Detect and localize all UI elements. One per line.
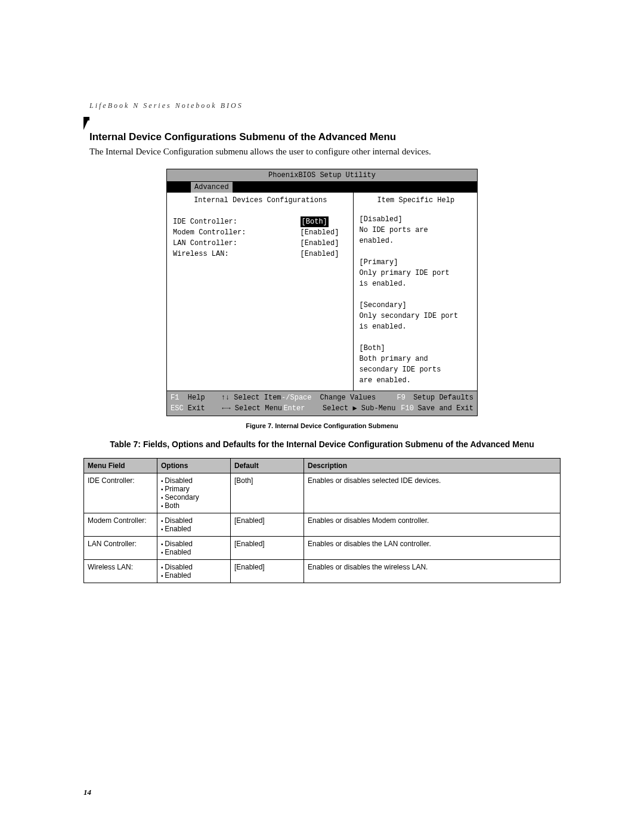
cell-default: [Enabled] — [231, 537, 304, 560]
table-row: Modem Controller:DisabledEnabled[Enabled… — [84, 513, 561, 537]
bios-field-label: LAN Controller: — [173, 238, 301, 249]
section-title: Internal Device Configurations Submenu o… — [89, 131, 561, 143]
option-item: Both — [161, 501, 227, 510]
key-space: -/Space — [281, 394, 311, 402]
th-options: Options — [157, 459, 231, 473]
cell-menu-field: Wireless LAN: — [84, 560, 157, 583]
bios-tab-advanced: Advanced — [191, 182, 233, 193]
option-item: Disabled — [161, 476, 227, 485]
key-f1: F1 — [171, 394, 179, 402]
option-item: Primary — [161, 485, 227, 493]
table-caption: Table 7: Fields, Options and Defaults fo… — [83, 439, 561, 450]
bios-field-row: Modem Controller:[Enabled] — [173, 227, 348, 238]
footer-help: Help — [188, 394, 205, 402]
bios-left-pane: Internal Devices Configurations IDE Cont… — [167, 193, 354, 391]
intro-paragraph: The Internal Device Configuration submen… — [89, 147, 561, 157]
option-item: Disabled — [161, 540, 227, 548]
bios-field-label: IDE Controller: — [173, 216, 301, 227]
option-item: Secondary — [161, 493, 227, 501]
cell-default: [Both] — [231, 473, 304, 513]
bios-field-value: [Enabled] — [301, 249, 348, 259]
bios-title: PhoenixBIOS Setup Utility — [167, 169, 477, 182]
bios-help-title: Item Specific Help — [360, 195, 472, 206]
bios-field-row: Wireless LAN:[Enabled] — [173, 249, 348, 259]
arrows-leftright-icon: ←→ — [222, 404, 230, 413]
cell-menu-field: Modem Controller: — [84, 513, 157, 537]
bios-help-text: [Disabled] No IDE ports are enabled. [Pr… — [360, 214, 472, 386]
cell-options: DisabledPrimarySecondaryBoth — [157, 473, 231, 513]
th-default: Default — [231, 459, 304, 473]
key-f10: F10 — [401, 404, 414, 413]
cell-options: DisabledEnabled — [157, 537, 231, 560]
bios-footer: F1 Help ↑↓ Select Item -/Space Change Va… — [167, 391, 477, 416]
arrows-updown-icon: ↑↓ — [221, 394, 230, 402]
key-esc: ESC — [171, 404, 184, 413]
bios-subtitle: Internal Devices Configurations — [173, 195, 348, 206]
table-row: LAN Controller:DisabledEnabled[Enabled]E… — [84, 537, 561, 560]
cell-menu-field: LAN Controller: — [84, 537, 157, 560]
key-f9: F9 — [397, 394, 405, 402]
cell-default: [Enabled] — [231, 513, 304, 537]
bios-field-row: LAN Controller:[Enabled] — [173, 238, 348, 249]
table-row: IDE Controller:DisabledPrimarySecondaryB… — [84, 473, 561, 513]
option-item: Disabled — [161, 563, 227, 571]
cell-description: Enables or disables the LAN controller. — [304, 537, 561, 560]
bios-menu-bar: Advanced — [167, 182, 477, 193]
cell-description: Enables or disables selected IDE devices… — [304, 473, 561, 513]
cell-menu-field: IDE Controller: — [84, 473, 157, 513]
key-enter: Enter — [283, 404, 305, 413]
footer-select-submenu: Select ▶ Sub-Menu — [323, 404, 395, 413]
table-row: Wireless LAN:DisabledEnabled[Enabled]Ena… — [84, 560, 561, 583]
bios-help-pane: Item Specific Help [Disabled] No IDE por… — [354, 193, 477, 391]
bios-field-value: [Enabled] — [301, 227, 348, 238]
options-table: Menu Field Options Default Description I… — [83, 458, 561, 583]
page-number: 14 — [83, 788, 91, 797]
cell-default: [Enabled] — [231, 560, 304, 583]
option-item: Enabled — [161, 571, 227, 580]
figure-caption: Figure 7. Internal Device Configuration … — [83, 422, 561, 429]
option-item: Enabled — [161, 525, 227, 533]
footer-exit: Exit — [188, 404, 205, 413]
option-item: Enabled — [161, 548, 227, 556]
cell-options: DisabledEnabled — [157, 513, 231, 537]
option-item: Disabled — [161, 516, 227, 525]
cell-options: DisabledEnabled — [157, 560, 231, 583]
running-head: LifeBook N Series Notebook BIOS — [89, 101, 243, 110]
footer-select-menu: Select Menu — [235, 404, 282, 413]
cell-description: Enables or disables Modem controller. — [304, 513, 561, 537]
bios-field-value: [Both] — [301, 216, 348, 227]
footer-save-exit: Save and Exit — [417, 403, 473, 414]
footer-change-values: Change Values — [320, 394, 376, 402]
section-marker-icon — [83, 117, 89, 130]
bios-field-row: IDE Controller:[Both] — [173, 216, 348, 227]
bios-field-label: Modem Controller: — [173, 227, 301, 238]
th-menu-field: Menu Field — [84, 459, 157, 473]
bios-field-label: Wireless LAN: — [173, 249, 301, 259]
footer-select-item: Select Item — [234, 394, 281, 402]
bios-field-value: [Enabled] — [301, 238, 348, 249]
th-description: Description — [304, 459, 561, 473]
cell-description: Enables or disables the wireless LAN. — [304, 560, 561, 583]
footer-setup-defaults: Setup Defaults — [413, 392, 473, 403]
bios-screenshot: PhoenixBIOS Setup Utility Advanced Inter… — [166, 169, 478, 416]
